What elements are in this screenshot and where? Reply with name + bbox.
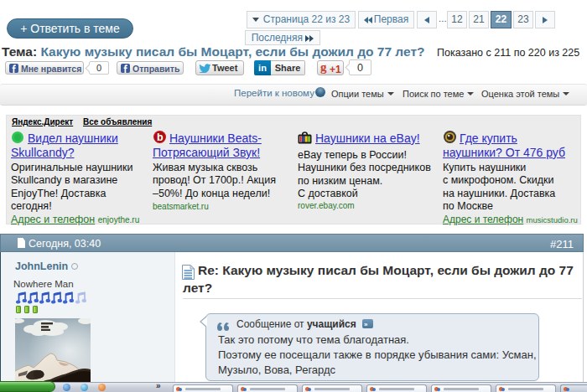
svg-text:b: b [157,132,164,143]
